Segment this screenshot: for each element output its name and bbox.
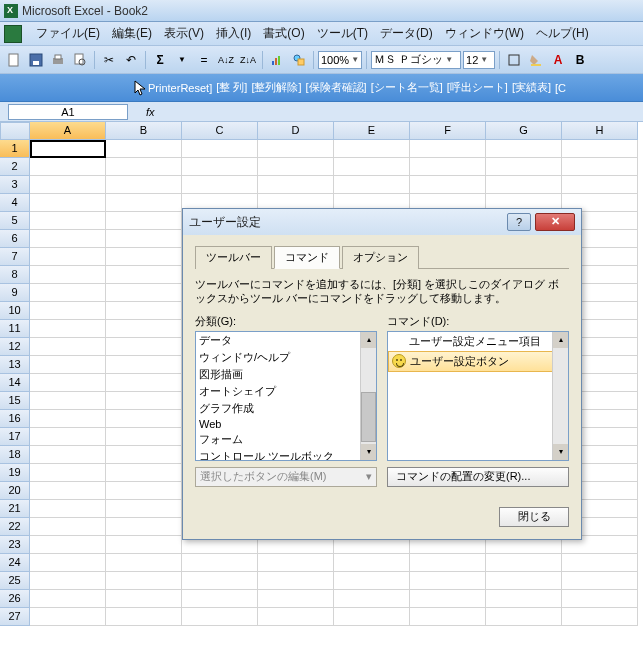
cell[interactable] xyxy=(30,284,106,302)
dropdown-icon[interactable]: ▼ xyxy=(172,50,192,70)
cell[interactable] xyxy=(258,176,334,194)
cell[interactable] xyxy=(106,428,182,446)
cell[interactable] xyxy=(182,608,258,626)
cell[interactable] xyxy=(30,572,106,590)
cell[interactable] xyxy=(30,176,106,194)
cell[interactable] xyxy=(30,500,106,518)
commands-listbox[interactable]: ユーザー設定メニュー項目ユーザー設定ボタン ▴ ▾ xyxy=(387,331,569,461)
cell[interactable] xyxy=(182,176,258,194)
col-header-D[interactable]: D xyxy=(258,122,334,140)
cell[interactable] xyxy=(562,572,638,590)
drawing-icon[interactable] xyxy=(289,50,309,70)
btn-callsheet[interactable]: [呼出シート] xyxy=(447,80,508,95)
row-header-5[interactable]: 5 xyxy=(0,212,30,230)
cell[interactable] xyxy=(410,590,486,608)
cell[interactable] xyxy=(30,140,106,158)
row-header-6[interactable]: 6 xyxy=(0,230,30,248)
cell[interactable] xyxy=(106,284,182,302)
cell[interactable] xyxy=(562,158,638,176)
cell[interactable] xyxy=(30,212,106,230)
close-button[interactable]: ✕ xyxy=(535,213,575,231)
cell[interactable] xyxy=(30,266,106,284)
cell[interactable] xyxy=(30,194,106,212)
cell[interactable] xyxy=(334,176,410,194)
cell[interactable] xyxy=(334,608,410,626)
cell[interactable] xyxy=(106,554,182,572)
cut-icon[interactable]: ✂ xyxy=(99,50,119,70)
cell[interactable] xyxy=(182,572,258,590)
undo-icon[interactable]: ↶ xyxy=(121,50,141,70)
help-button[interactable]: ? xyxy=(507,213,531,231)
btn-results[interactable]: [実績表] xyxy=(512,80,551,95)
category-item[interactable]: フォーム xyxy=(196,431,376,448)
row-header-16[interactable]: 16 xyxy=(0,410,30,428)
new-icon[interactable] xyxy=(4,50,24,70)
cell[interactable] xyxy=(562,554,638,572)
cell[interactable] xyxy=(30,590,106,608)
row-header-19[interactable]: 19 xyxy=(0,464,30,482)
row-header-18[interactable]: 18 xyxy=(0,446,30,464)
row-header-8[interactable]: 8 xyxy=(0,266,30,284)
cell[interactable] xyxy=(562,176,638,194)
cell[interactable] xyxy=(106,446,182,464)
row-header-21[interactable]: 21 xyxy=(0,500,30,518)
row-header-27[interactable]: 27 xyxy=(0,608,30,626)
name-box[interactable]: A1 xyxy=(8,104,128,120)
borders-icon[interactable] xyxy=(504,50,524,70)
btn-printerreset[interactable]: PrinterReset] xyxy=(148,82,212,94)
cell[interactable] xyxy=(30,302,106,320)
cell[interactable] xyxy=(410,176,486,194)
row-header-14[interactable]: 14 xyxy=(0,374,30,392)
col-header-C[interactable]: C xyxy=(182,122,258,140)
cell[interactable] xyxy=(30,320,106,338)
cell[interactable] xyxy=(30,356,106,374)
cell[interactable] xyxy=(334,590,410,608)
tab-toolbar[interactable]: ツールバー xyxy=(195,246,272,269)
menu-format[interactable]: 書式(O) xyxy=(257,23,310,44)
cell[interactable] xyxy=(258,608,334,626)
cell[interactable] xyxy=(410,608,486,626)
cell[interactable] xyxy=(106,140,182,158)
row-header-24[interactable]: 24 xyxy=(0,554,30,572)
menu-insert[interactable]: 挿入(I) xyxy=(210,23,257,44)
category-item[interactable]: ウィンドウ/ヘルプ xyxy=(196,349,376,366)
cell[interactable] xyxy=(182,140,258,158)
cell[interactable] xyxy=(486,140,562,158)
cell[interactable] xyxy=(258,140,334,158)
row-header-23[interactable]: 23 xyxy=(0,536,30,554)
btn-align[interactable]: [整 列] xyxy=(216,80,247,95)
cell[interactable] xyxy=(30,248,106,266)
select-all-corner[interactable] xyxy=(0,122,30,140)
cell[interactable] xyxy=(562,590,638,608)
menu-view[interactable]: 表示(V) xyxy=(158,23,210,44)
scrollbar[interactable]: ▴ ▾ xyxy=(552,332,568,460)
sort-asc-icon[interactable]: A↓Z xyxy=(216,50,236,70)
print-preview-icon[interactable] xyxy=(70,50,90,70)
category-item[interactable]: オートシェイプ xyxy=(196,383,376,400)
cell[interactable] xyxy=(30,230,106,248)
category-item[interactable]: データ xyxy=(196,332,376,349)
cell[interactable] xyxy=(30,482,106,500)
close-dialog-button[interactable]: 閉じる xyxy=(499,507,569,527)
scroll-down-icon[interactable]: ▾ xyxy=(361,444,376,460)
cell[interactable] xyxy=(30,158,106,176)
btn-sheetlist[interactable]: [シート名一覧] xyxy=(371,80,443,95)
cell[interactable] xyxy=(486,572,562,590)
cell[interactable] xyxy=(106,212,182,230)
cell[interactable] xyxy=(334,554,410,572)
row-header-26[interactable]: 26 xyxy=(0,590,30,608)
command-item[interactable]: ユーザー設定メニュー項目 xyxy=(388,332,568,351)
cell[interactable] xyxy=(30,410,106,428)
cell[interactable] xyxy=(30,392,106,410)
col-header-B[interactable]: B xyxy=(106,122,182,140)
cell[interactable] xyxy=(106,590,182,608)
tab-command[interactable]: コマンド xyxy=(274,246,340,269)
sum-icon[interactable]: Σ xyxy=(150,50,170,70)
print-icon[interactable] xyxy=(48,50,68,70)
cell[interactable] xyxy=(182,554,258,572)
col-header-E[interactable]: E xyxy=(334,122,410,140)
cell[interactable] xyxy=(106,356,182,374)
menu-help[interactable]: ヘルプ(H) xyxy=(530,23,595,44)
cell[interactable] xyxy=(106,158,182,176)
col-header-G[interactable]: G xyxy=(486,122,562,140)
